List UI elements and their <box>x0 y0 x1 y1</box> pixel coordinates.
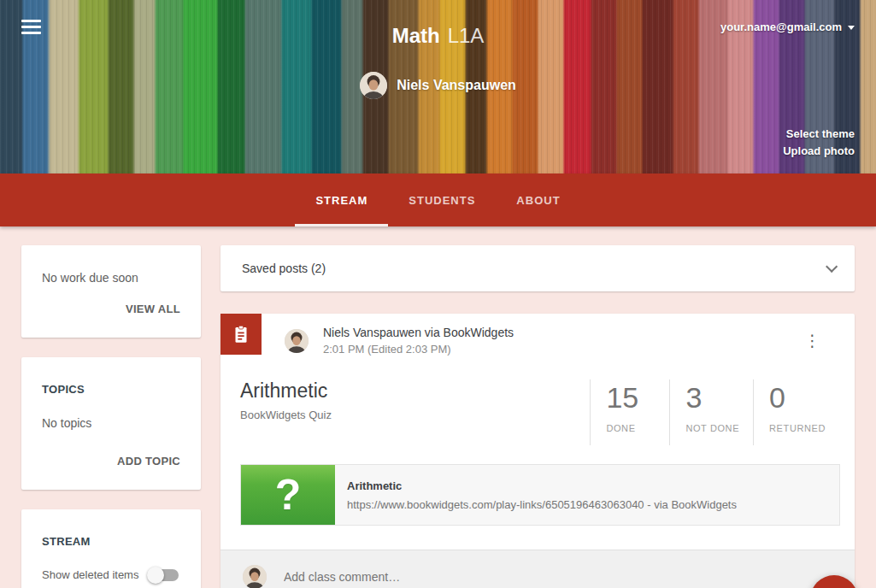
post-overflow-button[interactable]: ⋮ <box>801 331 824 350</box>
work-due-card: No work due soon VIEW ALL <box>21 245 201 338</box>
attachment-url: https://www.bookwidgets.com/play-links/6… <box>347 498 737 511</box>
class-name: Math <box>392 24 440 47</box>
tab-about[interactable]: ABOUT <box>496 173 580 226</box>
content-area: No work due soon VIEW ALL TOPICS No topi… <box>0 226 876 588</box>
post-card: Niels Vanspauwen via BookWidgets 2:01 PM… <box>220 314 855 588</box>
topics-card: TOPICS No topics ADD TOPIC <box>21 357 201 490</box>
assignment-badge <box>220 314 262 355</box>
banner-actions: Select theme Upload photo <box>783 126 855 160</box>
post-body: Arithmetic BookWidgets Quiz 15 DONE 3 NO… <box>220 368 855 445</box>
commenter-avatar <box>243 565 267 588</box>
stat-returned-label: RETURNED <box>769 423 826 433</box>
class-banner: MathL1A Niels Vanspauwen your.name@gmail… <box>0 0 876 173</box>
stat-not-done-value: 3 <box>685 381 739 415</box>
topics-message: No topics <box>42 416 180 430</box>
submission-stats: 15 DONE 3 NOT DONE 0 RETURNED <box>590 379 839 445</box>
attachment-thumbnail: ? <box>241 465 335 525</box>
class-tabbar: STREAM STUDENTS ABOUT <box>0 173 876 226</box>
select-theme-link[interactable]: Select theme <box>783 126 855 143</box>
stat-done[interactable]: 15 DONE <box>590 379 669 445</box>
post-timestamp: 2:01 PM (Edited 2:03 PM) <box>323 343 514 356</box>
upload-photo-link[interactable]: Upload photo <box>783 143 855 160</box>
stat-returned[interactable]: 0 RETURNED <box>753 379 839 445</box>
topics-heading: TOPICS <box>42 383 180 396</box>
stat-not-done-label: NOT DONE <box>685 423 739 433</box>
class-comment-input[interactable] <box>284 570 834 584</box>
tab-students[interactable]: STUDENTS <box>388 173 496 226</box>
stream-settings-card: STREAM Show deleted items <box>21 509 201 588</box>
caret-down-icon <box>848 26 855 30</box>
post-author: Niels Vanspauwen via BookWidgets <box>323 326 514 339</box>
stat-returned-value: 0 <box>769 381 826 415</box>
post-header: Niels Vanspauwen via BookWidgets 2:01 PM… <box>220 314 855 368</box>
account-menu[interactable]: your.name@gmail.com <box>720 21 855 33</box>
tab-stream[interactable]: STREAM <box>295 173 388 226</box>
stream-feed: Saved posts (2) Niels Vanspauwen via Bo <box>220 245 855 588</box>
post-title-block: Arithmetic BookWidgets Quiz <box>240 379 332 445</box>
stat-not-done[interactable]: 3 NOT DONE <box>669 379 753 445</box>
show-deleted-label: Show deleted items <box>42 568 138 581</box>
comment-section <box>220 550 855 588</box>
class-owner: Niels Vanspauwen <box>0 72 876 99</box>
class-section: L1A <box>448 24 485 47</box>
stat-done-value: 15 <box>606 381 656 415</box>
attachment-link[interactable]: ? Arithmetic https://www.bookwidgets.com… <box>240 464 840 526</box>
view-all-button[interactable]: VIEW ALL <box>42 303 180 315</box>
owner-name: Niels Vanspauwen <box>397 78 516 93</box>
post-meta: Niels Vanspauwen via BookWidgets 2:01 PM… <box>323 326 514 356</box>
account-email: your.name@gmail.com <box>720 21 842 33</box>
add-topic-button[interactable]: ADD TOPIC <box>42 455 180 467</box>
post-subtitle: BookWidgets Quiz <box>240 409 332 421</box>
question-mark-icon: ? <box>275 473 302 516</box>
chevron-down-icon[interactable] <box>826 261 838 273</box>
saved-posts-bar[interactable]: Saved posts (2) <box>220 245 855 291</box>
show-deleted-toggle[interactable] <box>150 569 179 581</box>
stat-done-label: DONE <box>606 423 656 433</box>
owner-avatar <box>360 72 387 99</box>
assignment-icon <box>230 323 252 345</box>
stream-heading: STREAM <box>42 535 180 548</box>
author-avatar <box>285 329 309 353</box>
work-due-message: No work due soon <box>42 271 180 285</box>
post-title: Arithmetic <box>240 379 332 403</box>
attachment-text: Arithmetic https://www.bookwidgets.com/p… <box>335 479 737 511</box>
attachment-title: Arithmetic <box>347 479 737 492</box>
saved-posts-label: Saved posts (2) <box>242 262 326 275</box>
show-deleted-row: Show deleted items <box>42 568 180 581</box>
sidebar: No work due soon VIEW ALL TOPICS No topi… <box>21 245 201 588</box>
